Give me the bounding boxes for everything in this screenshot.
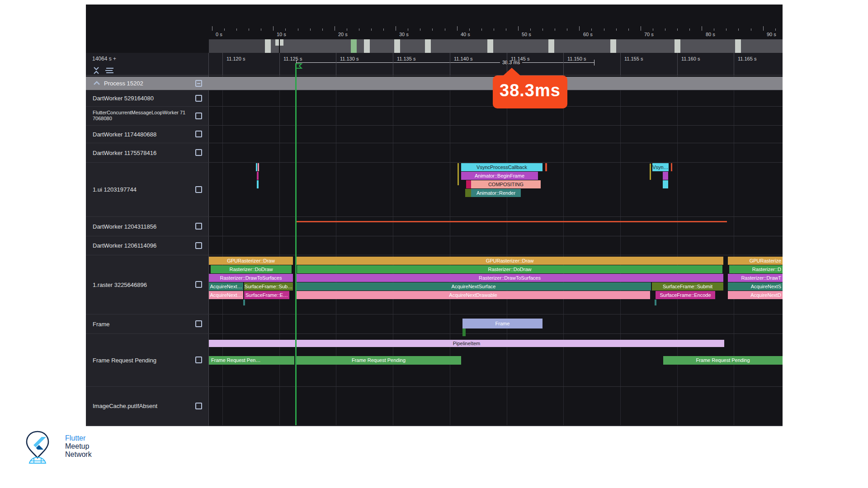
event-frame-request-pending[interactable]: Frame Request Pending (663, 356, 783, 365)
ruler-tick (763, 26, 764, 31)
ruler-tick (371, 28, 372, 31)
callout-pointer (502, 68, 521, 76)
thread-checkbox[interactable] (195, 113, 202, 119)
grid-line (222, 75, 223, 425)
thread-checkbox[interactable] (195, 242, 202, 249)
process-row[interactable]: Process 15202 (86, 77, 783, 90)
thread-checkbox[interactable] (195, 186, 202, 193)
event-rasterizer-drawt[interactable]: Rasterizer::DrawT (728, 274, 783, 282)
event-mark[interactable] (257, 172, 259, 180)
event-mark[interactable] (545, 163, 547, 171)
collapse-all-icon[interactable] (92, 66, 101, 75)
event-surfaceframe-submit[interactable]: SurfaceFrame::Submit (652, 282, 723, 291)
event-acquirenextd[interactable]: AcquireNextD (728, 291, 783, 299)
event-mark[interactable] (663, 180, 668, 188)
event-mark[interactable] (465, 189, 471, 197)
event-compositing[interactable]: COMPOSITING (471, 180, 541, 188)
ruler-tick (285, 28, 286, 31)
measurement-end-tick (594, 60, 594, 66)
minimap-highlight (610, 39, 616, 53)
event-acquirenexts[interactable]: AcquireNextS (728, 282, 783, 291)
event-mark[interactable] (655, 300, 656, 305)
event-gpurasterizer-draw[interactable]: GPURasterizer::Draw (296, 257, 723, 265)
time-cell-border (393, 53, 393, 75)
event-mark[interactable] (650, 164, 651, 180)
event-mark[interactable] (243, 300, 245, 305)
sidebar-row-frame-request-pending[interactable]: Frame Request Pending (86, 333, 209, 386)
event-vsyn[interactable]: Vsyn… (652, 163, 669, 171)
sidebar-row-dartworker-1175578416[interactable]: DartWorker 1175578416 (86, 143, 209, 162)
event-rasterizer-dodraw[interactable]: Rasterizer::DoDraw (297, 265, 722, 273)
callout-text: 38.3ms (493, 81, 567, 100)
event-frame-request-pending[interactable]: Frame Request Pending (296, 356, 461, 365)
time-cell-label: 11.130 s (340, 56, 359, 61)
event-rasterizer-dodraw[interactable]: Rasterizer::DoDraw (211, 265, 292, 273)
thread-checkbox[interactable] (195, 223, 202, 230)
sidebar-row-1-ui-1203197744[interactable]: 1.ui 1203197744 (86, 162, 209, 216)
event-animator-beginframe[interactable]: Animator::BeginFrame (461, 172, 538, 180)
event-animator-render[interactable]: Animator::Render (471, 189, 521, 197)
event-rasterizer-d[interactable]: Rasterizer::D (729, 265, 783, 273)
event-mark[interactable] (256, 163, 257, 171)
thread-checkbox[interactable] (195, 281, 202, 288)
thread-checkbox[interactable] (195, 357, 202, 363)
thread-checkbox[interactable] (195, 131, 202, 137)
event-acquirenext[interactable]: AcquireNext… (209, 291, 243, 299)
thread-label: DartWorker 529164080 (93, 95, 154, 102)
event-mark[interactable] (458, 163, 459, 185)
sidebar-row-imagecache-putifabsent[interactable]: ImageCache.putIfAbsent (86, 386, 209, 425)
event-rasterizer-drawtosurfaces[interactable]: Rasterizer::DrawToSurfaces (296, 274, 723, 282)
event-mark[interactable] (466, 180, 471, 188)
event-acquirenext[interactable]: AcquireNext… (209, 282, 243, 291)
event-surfaceframe-e[interactable]: SurfaceFrame::E… (244, 291, 289, 299)
vsync-flag-icon[interactable] (292, 62, 304, 74)
event-pipelineitem[interactable]: PipelineItem (209, 340, 724, 347)
chevron-up-icon[interactable] (93, 80, 100, 86)
sidebar-row-dartworker-1174480688[interactable]: DartWorker 1174480688 (86, 125, 209, 143)
sidebar-row-dartworker-529164080[interactable]: DartWorker 529164080 (86, 90, 209, 106)
event-mark[interactable] (462, 328, 466, 336)
minimap-overview[interactable] (209, 39, 783, 53)
flow-events-icon[interactable] (105, 66, 114, 75)
grid-line (563, 75, 564, 425)
event-rasterizer-drawtosurfaces[interactable]: Rasterizer::DrawToSurfaces (209, 274, 293, 282)
thread-checkbox[interactable] (195, 149, 202, 156)
grid-line (507, 75, 507, 425)
event-mark[interactable] (671, 163, 672, 171)
sidebar-row-frame[interactable]: Frame (86, 314, 209, 333)
grid-line (734, 75, 734, 425)
ruler-tick (469, 28, 470, 31)
event-surfaceframe-encode[interactable]: SurfaceFrame::Encode (656, 291, 715, 299)
time-cell-label: 11.140 s (454, 56, 472, 61)
sidebar-row-dartworker-1206114096[interactable]: DartWorker 1206114096 (86, 236, 209, 255)
event-acquirenextsurface[interactable]: AcquireNextSurface (296, 282, 651, 291)
ruler-tick (616, 28, 617, 31)
grid-line (620, 75, 621, 425)
duration-callout: 38.3ms (493, 75, 567, 108)
process-checkbox[interactable] (195, 80, 202, 87)
thread-checkbox[interactable] (195, 403, 202, 409)
event-surfaceframe-sub[interactable]: SurfaceFrame::Sub… (244, 282, 293, 291)
ruler-tick (347, 28, 347, 31)
event-mark[interactable] (663, 172, 668, 180)
checkbox-indeterminate-mark (197, 83, 200, 84)
event-mark[interactable] (257, 180, 259, 188)
sidebar-row-dartworker-1204311856[interactable]: DartWorker 1204311856 (86, 216, 209, 236)
time-cell-border (734, 53, 734, 75)
event-mark[interactable] (296, 221, 727, 222)
event-gpurasterizer-draw[interactable]: GPURasterizer::Draw (209, 257, 293, 265)
event-gpurasterize[interactable]: GPURasterize (728, 257, 783, 265)
thread-checkbox[interactable] (195, 320, 202, 327)
sidebar-row-flutterconcurrentmessageloopwo[interactable]: FlutterConcurrentMessageLoopWorker 71 70… (86, 106, 209, 125)
event-mark[interactable] (258, 163, 259, 171)
time-cell-border (279, 53, 280, 75)
thread-checkbox[interactable] (195, 95, 202, 102)
sidebar-row-1-raster-3225646896[interactable]: 1.raster 3225646896 (86, 255, 209, 314)
event-frame[interactable]: Frame (462, 319, 542, 328)
ruler-tick (591, 28, 592, 31)
event-vsyncprocesscallback[interactable]: VsyncProcessCallback (461, 163, 542, 171)
ruler-tick-label: 20 s (338, 32, 348, 37)
event-acquirenextdrawable[interactable]: AcquireNextDrawable (296, 291, 650, 299)
event-frame-request-pen[interactable]: Frame Request Pen… (209, 356, 294, 365)
grid-line (677, 75, 678, 425)
